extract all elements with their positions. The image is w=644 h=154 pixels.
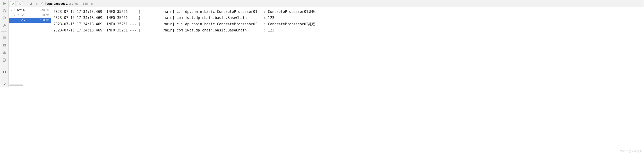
tree-row-time: 158 ms [40, 13, 51, 17]
status-suffix: of 1 test – 158 ms [68, 2, 93, 5]
scrollbar-thumb[interactable] [9, 85, 23, 86]
status-count: 1 [66, 2, 68, 5]
tree-row-label: Test R [17, 8, 26, 12]
status-text: Tests passed: 1 of 1 test – 158 ms [45, 2, 93, 5]
tree-row-time: 158 ms [40, 8, 51, 11]
exit-icon[interactable] [2, 57, 7, 62]
tree-row-time: 158 ms [40, 18, 51, 22]
tree-row[interactable]: ⌄Dp.158 ms [9, 12, 51, 18]
svg-rect-0 [3, 36, 6, 39]
camera-icon[interactable] [2, 43, 7, 47]
svg-rect-3 [3, 71, 4, 73]
pass-check-icon [12, 8, 17, 12]
tree-row[interactable]: ⌄Test R158 ms [9, 7, 51, 12]
wrench-icon[interactable] [2, 23, 7, 28]
tree-row[interactable]: ‹158 ms [9, 18, 51, 23]
svg-rect-4 [5, 71, 6, 73]
svg-point-2 [3, 52, 6, 54]
tree-content: ⌄Test R158 ms⌄Dp.158 ms‹158 ms [9, 7, 51, 84]
svg-point-1 [4, 45, 5, 46]
tree-row-label: ‹ [24, 18, 25, 22]
gutter-divider-3 [2, 78, 7, 78]
bug-icon[interactable] [2, 50, 7, 55]
stop-icon[interactable] [2, 35, 7, 40]
status-prefix: Tests passed: [45, 2, 65, 5]
pass-check-icon [20, 18, 24, 22]
show-passed-button[interactable] [10, 1, 16, 6]
rerun-icon[interactable] [2, 8, 7, 13]
test-toolbar: » Tests passed: 1 of 1 test – 158 ms [9, 0, 644, 7]
pin-icon[interactable] [2, 82, 7, 87]
test-runner-panel: » Tests passed: 1 of 1 test – 158 ms ⌄Te… [0, 0, 644, 87]
run-icon[interactable] [2, 1, 7, 6]
tree-row-label: Dp. [20, 13, 25, 17]
gutter-divider [2, 31, 7, 32]
gutter-divider-2 [2, 66, 7, 66]
sort-button[interactable] [28, 1, 34, 6]
show-ignored-button[interactable] [17, 1, 23, 6]
test-tree: ⌄Test R158 ms⌄Dp.158 ms‹158 ms [9, 7, 51, 87]
gutter-toolbar [0, 0, 9, 87]
toggle-auto-icon[interactable] [2, 16, 7, 20]
expand-arrow-icon[interactable]: ⌄ [14, 14, 16, 16]
expand-arrow-icon[interactable]: ⌄ [10, 9, 12, 11]
body: ⌄Test R158 ms⌄Dp.158 ms‹158 ms 2023-07-1… [9, 7, 644, 87]
check-icon [40, 2, 44, 6]
test-status: Tests passed: 1 of 1 test – 158 ms [40, 2, 93, 6]
tree-hscrollbar[interactable] [9, 84, 51, 87]
breadcrumb-chevron-icon: » [35, 2, 39, 6]
pass-check-icon [16, 13, 20, 17]
console-output[interactable]: 2023-07-15 17:34:13.469 INFO 35261 --- [… [51, 7, 644, 87]
layout-icon[interactable] [2, 70, 7, 74]
main-area: » Tests passed: 1 of 1 test – 158 ms ⌄Te… [9, 0, 644, 87]
